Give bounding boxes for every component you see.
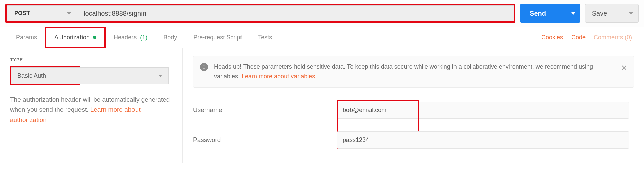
tab-tests[interactable]: Tests [250, 27, 280, 48]
headers-count: (1) [140, 34, 147, 41]
username-label: Username [193, 106, 337, 114]
send-button-label: Send [520, 10, 555, 17]
auth-type-highlight: Basic Auth [10, 66, 80, 85]
auth-type-select[interactable]: Basic Auth [11, 67, 169, 84]
code-link[interactable]: Code [567, 34, 590, 41]
auth-type-value: Basic Auth [17, 72, 46, 79]
sensitive-data-notice: ! Heads up! These parameters hold sensit… [193, 56, 634, 88]
password-input[interactable] [337, 131, 629, 149]
credentials-highlight [337, 131, 629, 149]
tab-label: Headers [114, 34, 137, 41]
save-options-toggle[interactable] [624, 12, 638, 15]
chevron-down-icon [67, 12, 71, 15]
tab-body[interactable]: Body [155, 27, 185, 48]
credentials-highlight [337, 102, 629, 119]
chevron-down-icon [158, 75, 162, 77]
save-button-label: Save [585, 10, 614, 17]
auth-main-panel: ! Heads up! These parameters hold sensit… [183, 48, 644, 163]
http-method-select[interactable]: POST [7, 5, 77, 21]
method-url-group: POST [5, 4, 515, 23]
cookies-link[interactable]: Cookies [537, 34, 567, 41]
request-bar: POST Send Save [0, 0, 644, 27]
http-method-label: POST [14, 10, 30, 17]
password-row: Password [193, 131, 634, 149]
chevron-down-icon [629, 12, 633, 15]
notice-text: Heads up! These parameters hold sensitiv… [214, 62, 615, 81]
active-dot-icon [93, 36, 96, 39]
tab-headers[interactable]: Headers (1) [106, 27, 155, 48]
auth-content: TYPE Basic Auth The authorization header… [0, 48, 644, 163]
username-row: Username [193, 102, 634, 119]
tab-label: Tests [258, 34, 272, 41]
tab-authorization[interactable]: Authorization [45, 27, 106, 48]
comments-link[interactable]: Comments (0) [590, 34, 636, 41]
button-divider [619, 4, 619, 22]
button-divider [560, 4, 560, 22]
send-button[interactable]: Send [520, 4, 580, 23]
spacer [193, 125, 634, 131]
request-url-input[interactable] [77, 5, 514, 21]
chevron-down-icon [571, 12, 575, 15]
tab-label: Pre-request Script [193, 34, 242, 41]
auth-type-heading: TYPE [10, 57, 172, 62]
auth-description: The authorization header will be automat… [10, 95, 172, 125]
username-input[interactable] [337, 102, 629, 119]
request-tabs: Params Authorization Headers (1) Body Pr… [0, 27, 644, 48]
tab-label: Body [163, 34, 177, 41]
info-icon: ! [200, 63, 208, 71]
tab-params[interactable]: Params [8, 27, 45, 48]
send-options-toggle[interactable] [565, 12, 580, 15]
password-label: Password [193, 136, 337, 144]
basic-auth-form: Username Password [193, 102, 634, 149]
close-icon[interactable]: ✕ [621, 62, 627, 74]
save-button[interactable]: Save [585, 4, 639, 23]
learn-more-variables-link[interactable]: Learn more about variables [241, 73, 315, 80]
tab-label: Authorization [54, 34, 90, 41]
tab-label: Params [16, 34, 37, 41]
auth-sidebar: TYPE Basic Auth The authorization header… [0, 48, 183, 163]
tab-prerequest-script[interactable]: Pre-request Script [185, 27, 250, 48]
